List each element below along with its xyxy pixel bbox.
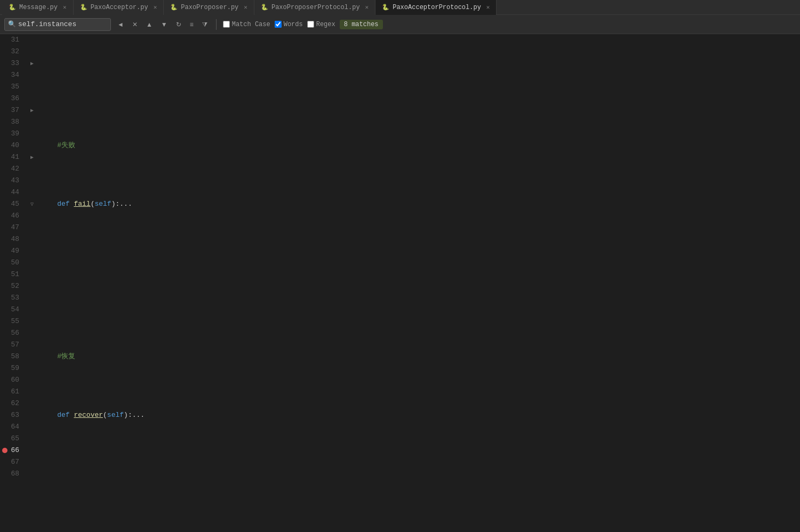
code-line-35 <box>41 292 800 304</box>
ln-50: 50 <box>0 257 23 269</box>
ln-36: 36 <box>0 93 23 104</box>
fold-empty-53 <box>28 292 36 304</box>
fold-gutter: ▶ ▶ ▶ ▽ <box>28 34 36 532</box>
dots: ... <box>132 409 145 421</box>
ln-46: 46 <box>0 210 23 222</box>
search-options-button[interactable]: ≡ <box>188 20 196 29</box>
search-clear-button[interactable]: ✕ <box>130 20 140 29</box>
fold-empty-62 <box>28 398 36 409</box>
tab-paxoproposerprotocol-close[interactable]: ✕ <box>365 4 369 11</box>
code-area[interactable]: 31 32 33 34 35 36 37 38 39 40 41 42 43 4… <box>0 34 800 532</box>
kw-def: def <box>57 198 69 210</box>
code-line-38 <box>41 468 800 480</box>
fold-41[interactable]: ▶ <box>28 151 36 163</box>
cmt-36: #恢复 <box>57 351 75 362</box>
breakpoint-dot-66 <box>2 448 7 453</box>
self-kw-37: self <box>107 409 124 421</box>
ln-67: 67 <box>0 456 23 468</box>
search-refresh-button[interactable]: ↻ <box>174 20 183 29</box>
fold-empty-48 <box>28 233 36 245</box>
ln-62: 62 <box>0 398 23 409</box>
words-label: Words <box>284 21 303 28</box>
tab-paxoproposer-close[interactable]: ✕ <box>244 4 247 11</box>
code-line-39 <box>41 503 800 515</box>
ln-45: 45 <box>0 198 23 210</box>
ln-56: 56 <box>0 327 23 339</box>
paren-close: ): <box>111 198 120 210</box>
search-up-button[interactable]: ▲ <box>144 20 155 29</box>
fold-empty-39 <box>28 128 36 140</box>
fold-empty-65 <box>28 433 36 445</box>
fold-empty-46 <box>28 210 36 222</box>
words-checkbox[interactable] <box>275 21 282 28</box>
search-bar: 🔍 ◄ ✕ ▲ ▼ ↻ ≡ ⧩ Match Case Words Regex 8… <box>0 15 800 34</box>
code-line-31 <box>41 81 800 93</box>
search-down-button[interactable]: ▼ <box>159 20 170 29</box>
fold-33[interactable]: ▶ <box>28 58 36 69</box>
line-numbers: 31 32 33 34 35 36 37 38 39 40 41 42 43 4… <box>0 34 28 532</box>
code-line-37: def recover(self):... <box>41 409 800 421</box>
tab-bar: 🐍 Message.py ✕ 🐍 PaxoAcceptor.py ✕ 🐍 Pax… <box>0 0 800 15</box>
ln-55: 55 <box>0 316 23 327</box>
ln-52: 52 <box>0 280 23 292</box>
code-line-32: #失败 <box>41 140 800 151</box>
match-count-badge: 8 matches <box>340 20 383 29</box>
ln-31: 31 <box>0 34 23 46</box>
code-line-33: def fail(self):... <box>41 198 800 210</box>
ln-64: 64 <box>0 421 23 433</box>
tab-paxoacceptorprotocol-icon: 🐍 <box>382 4 389 11</box>
ln-68: 68 <box>0 468 23 480</box>
fold-empty-47 <box>28 222 36 233</box>
tab-message-icon: 🐍 <box>9 4 16 11</box>
match-case-option[interactable]: Match Case <box>223 21 270 28</box>
self-kw: self <box>94 198 111 210</box>
fold-empty-61 <box>28 386 36 398</box>
indent <box>41 140 57 151</box>
search-separator <box>216 19 217 30</box>
tab-message[interactable]: 🐍 Message.py ✕ <box>2 0 74 15</box>
space <box>70 409 74 421</box>
search-filter-button[interactable]: ⧩ <box>200 20 210 29</box>
ln-42: 42 <box>0 163 23 175</box>
tab-message-label: Message.py <box>19 4 58 11</box>
ln-35: 35 <box>0 81 23 93</box>
ln-54: 54 <box>0 304 23 316</box>
tab-paxoproposer[interactable]: 🐍 PaxoProposer.py ✕ <box>164 0 254 15</box>
tab-message-close[interactable]: ✕ <box>63 4 67 11</box>
search-prev-button[interactable]: ◄ <box>115 20 126 29</box>
tab-paxoacceptor[interactable]: 🐍 PaxoAcceptor.py ✕ <box>74 0 164 15</box>
fold-empty-38 <box>28 116 36 128</box>
ln-65: 65 <box>0 433 23 445</box>
tab-paxoacceptorprotocol-close[interactable]: ✕ <box>486 4 490 11</box>
tab-paxoacceptor-close[interactable]: ✕ <box>154 4 157 11</box>
indent <box>41 351 57 362</box>
fold-empty-56 <box>28 327 36 339</box>
tab-paxoacceptorprotocol-label: PaxoAcceptorProtocol.py <box>393 4 481 11</box>
tab-paxoacceptorprotocol[interactable]: 🐍 PaxoAcceptorProtocol.py ✕ <box>375 0 497 15</box>
tab-paxoproposerprotocol[interactable]: 🐍 PaxoProposerProtocol.py ✕ <box>254 0 375 15</box>
fold-37[interactable]: ▶ <box>28 104 36 116</box>
fold-empty-57 <box>28 339 36 351</box>
regex-checkbox[interactable] <box>307 21 314 28</box>
ln-33: 33 <box>0 58 23 69</box>
words-option[interactable]: Words <box>275 21 303 28</box>
fold-empty-50 <box>28 257 36 269</box>
fold-45[interactable]: ▽ <box>28 198 36 210</box>
fold-empty-52 <box>28 280 36 292</box>
fold-empty-32 <box>28 46 36 58</box>
tab-paxoproposer-label: PaxoProposer.py <box>181 4 238 11</box>
ln-66: 66 <box>0 445 23 456</box>
code-line-36: #恢复 <box>41 351 800 362</box>
fold-empty-59 <box>28 362 36 374</box>
match-case-label: Match Case <box>232 21 270 28</box>
fold-empty-43 <box>28 175 36 187</box>
fn-fail: fail <box>74 198 90 210</box>
match-case-checkbox[interactable] <box>223 21 230 28</box>
search-options: Match Case Words Regex <box>223 21 335 28</box>
regex-option[interactable]: Regex <box>307 21 335 28</box>
search-input[interactable] <box>18 20 103 28</box>
ln-48: 48 <box>0 233 23 245</box>
ln-61: 61 <box>0 386 23 398</box>
ln-40: 40 <box>0 140 23 151</box>
tab-paxoproposer-icon: 🐍 <box>170 4 178 11</box>
